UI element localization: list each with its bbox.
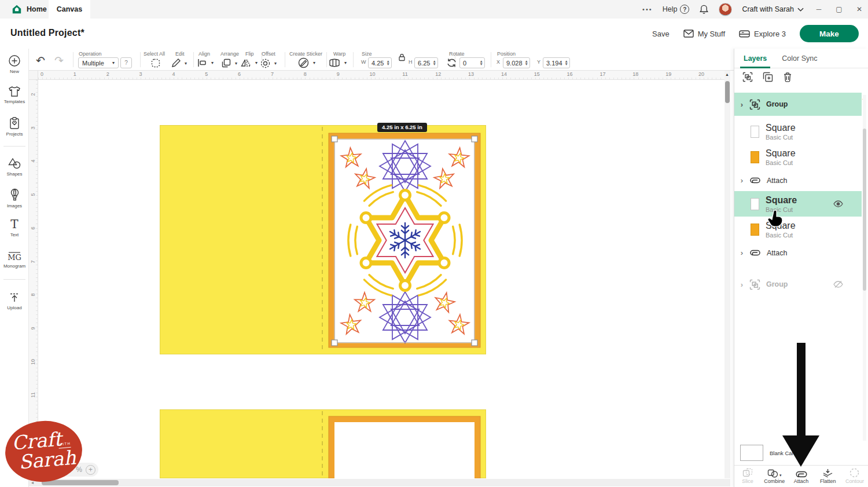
operation-select[interactable]: Multiple▾: [78, 57, 119, 68]
h-ruler-number: 16: [567, 71, 573, 77]
canvas-horizontal-scrollbar[interactable]: ◂: [29, 479, 730, 486]
close-button[interactable]: ✕: [854, 5, 865, 13]
save-button[interactable]: Save: [652, 30, 670, 38]
group-layers-icon[interactable]: [742, 72, 753, 82]
layer-row-layer[interactable]: SquareBasic Cut: [734, 191, 862, 217]
minimize-button[interactable]: ─: [814, 5, 824, 13]
svg-text:T: T: [10, 219, 19, 230]
avatar[interactable]: [719, 3, 732, 16]
account-name: Craft with Sarah: [742, 5, 794, 13]
select-all-icon[interactable]: [151, 58, 160, 68]
contour-icon: [849, 468, 859, 478]
sidebar-item-text[interactable]: TText: [0, 219, 29, 237]
new-icon: [8, 54, 21, 67]
sidebar-item-new[interactable]: New: [0, 54, 29, 74]
h-ruler-number: 18: [632, 71, 638, 77]
flip-icon[interactable]: ▾: [241, 58, 258, 67]
vertical-scroll-thumb[interactable]: [725, 81, 730, 103]
sidebar-item-upload[interactable]: Upload: [0, 292, 29, 310]
card-design-bottom[interactable]: [160, 409, 486, 478]
tab-canvas[interactable]: Canvas: [49, 0, 90, 19]
h-ruler-number: 14: [501, 71, 507, 77]
offset-icon[interactable]: ▾: [260, 58, 277, 68]
layer-color-swatch[interactable]: [751, 224, 759, 236]
layer-row-group[interactable]: ›Group: [734, 273, 862, 296]
position-y-input[interactable]: 3.194▲▼: [543, 57, 570, 68]
maximize-button[interactable]: ▢: [834, 5, 844, 13]
attach-button[interactable]: Attach: [788, 466, 814, 487]
tab-layers[interactable]: Layers: [744, 54, 767, 63]
tab-color-sync[interactable]: Color Sync: [782, 54, 817, 63]
operation-help-button[interactable]: ?: [120, 57, 132, 68]
text-icon: T: [9, 219, 20, 230]
rotate-input[interactable]: 0▲▼: [459, 57, 485, 68]
layer-row-layer[interactable]: SquareBasic Cut: [734, 144, 862, 170]
chevron-right-icon[interactable]: ›: [734, 176, 749, 185]
edit-pencil-icon[interactable]: ▾: [171, 58, 187, 68]
card-design-top[interactable]: [160, 125, 486, 354]
sidebar-item-label: Templates: [4, 99, 25, 104]
panel-scrollbar[interactable]: [863, 95, 866, 442]
arrange-icon[interactable]: ▾: [222, 58, 237, 68]
annotation-arrow: [797, 343, 806, 437]
explore-machines-button[interactable]: Explore 3: [739, 30, 786, 38]
more-options-icon[interactable]: •••: [642, 6, 653, 13]
delete-layer-icon[interactable]: [783, 72, 792, 82]
zoom-in-icon[interactable]: +: [86, 465, 95, 475]
create-sticker-icon[interactable]: ▾: [298, 57, 315, 68]
layer-row-layer[interactable]: SquareBasic Cut: [734, 217, 862, 242]
selection-size-tooltip: 4.25 in x 6.25 in: [377, 123, 427, 132]
sidebar-item-projects[interactable]: Projects: [0, 117, 29, 137]
help-button[interactable]: Help ?: [663, 5, 690, 14]
h-ruler-number: 1: [73, 71, 76, 77]
layer-color-swatch[interactable]: [751, 151, 759, 163]
size-h-input[interactable]: 6.25▲▼: [414, 57, 438, 68]
chevron-right-icon[interactable]: ›: [734, 248, 749, 257]
layer-row-layer[interactable]: SquareBasic Cut: [734, 119, 862, 144]
duplicate-layer-icon[interactable]: [763, 72, 773, 82]
h-ruler-number: 6: [238, 71, 241, 77]
flatten-button[interactable]: Flatten: [815, 466, 841, 487]
size-lock-icon[interactable]: [398, 53, 406, 61]
sidebar-item-templates[interactable]: Templates: [0, 86, 29, 104]
horizontal-scroll-thumb[interactable]: [42, 480, 119, 485]
eye-visible-icon[interactable]: [833, 200, 843, 207]
combine-button[interactable]: ▾Combine: [761, 466, 788, 487]
position-x-input[interactable]: 9.028▲▼: [503, 57, 530, 68]
layer-row-attach[interactable]: ›Attach: [734, 242, 862, 263]
eye-off-icon[interactable]: [833, 280, 843, 288]
align-icon[interactable]: ▾: [197, 58, 214, 67]
sidebar-item-label: Projects: [6, 131, 23, 137]
scroll-up-icon[interactable]: ▲: [725, 72, 729, 76]
rotate-icon[interactable]: [447, 58, 457, 68]
sidebar-item-monogram[interactable]: MGMonogram: [0, 250, 29, 269]
my-stuff-button[interactable]: My Stuff: [683, 30, 725, 38]
sidebar-item-label: Text: [10, 232, 19, 237]
v-ruler-number: 11: [30, 392, 36, 398]
notifications-bell-icon[interactable]: [699, 4, 709, 14]
align-label: Align: [198, 51, 210, 57]
layer-operation: Basic Cut: [766, 134, 796, 141]
undo-icon[interactable]: ↶: [36, 54, 45, 67]
sidebar-item-images[interactable]: Images: [0, 188, 29, 208]
group-icon: [749, 279, 760, 290]
layer-row-attach[interactable]: ›Attach: [734, 170, 862, 191]
sidebar-item-label: New: [10, 69, 19, 74]
canvas-vertical-scrollbar[interactable]: ▲: [724, 71, 730, 478]
page-title: Untitled Project*: [10, 28, 84, 38]
warp-icon[interactable]: ▾: [329, 58, 347, 67]
size-w-input[interactable]: 4.25▲▼: [368, 57, 392, 68]
blank-canvas-swatch[interactable]: [740, 445, 763, 461]
slice-icon: [742, 468, 753, 478]
account-menu[interactable]: Craft with Sarah: [742, 5, 804, 13]
position-y-label: Y: [537, 59, 540, 65]
chevron-right-icon[interactable]: ›: [734, 100, 749, 109]
tab-home[interactable]: Home: [5, 0, 54, 19]
chevron-right-icon[interactable]: ›: [734, 280, 749, 289]
layer-row-group[interactable]: ›Group: [734, 93, 862, 116]
layer-color-swatch[interactable]: [751, 126, 759, 138]
make-button[interactable]: Make: [800, 25, 859, 42]
project-header: Untitled Project* Save My Stuff Explore …: [0, 19, 868, 49]
layer-color-swatch[interactable]: [751, 198, 759, 210]
sidebar-item-shapes[interactable]: Shapes: [0, 158, 29, 177]
